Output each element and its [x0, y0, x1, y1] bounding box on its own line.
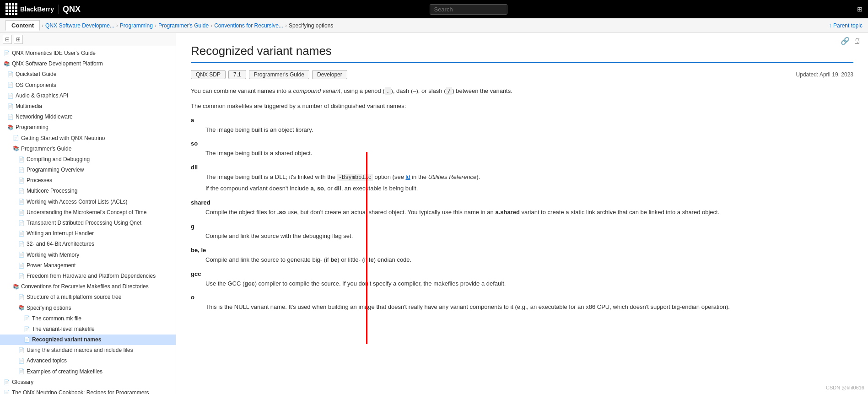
sidebar-item-31[interactable]: 📄Glossary: [0, 377, 176, 388]
tree-label-32: The QNX Neutrino Cookbook: Recipes for P…: [12, 389, 149, 394]
tree-label-19: Working with Memory: [27, 251, 79, 259]
def-section-3: sharedCompile the object files for .so u…: [191, 199, 853, 217]
grid-icon[interactable]: ⊞: [857, 5, 863, 13]
tree-label-15: Understanding the Microkernel's Concept …: [27, 208, 146, 217]
annotation-line: [366, 152, 367, 344]
sidebar-item-27[interactable]: 📄Recognized variant names: [0, 335, 176, 345]
tree-label-2: Quickstart Guide: [16, 70, 56, 79]
def-term-4: g: [191, 223, 853, 230]
tree-label-8: Getting Started with QNX Neutrino: [21, 134, 105, 143]
def-desc-dll-2: If the compound variant doesn't include …: [205, 184, 853, 194]
tree-icon-15: 📄: [18, 209, 25, 217]
parent-topic-link[interactable]: ↑ Parent topic: [829, 22, 863, 29]
sidebar-item-11[interactable]: 📄Programming Overview: [0, 165, 176, 175]
tree-label-11: Programming Overview: [27, 166, 84, 174]
sidebar-item-1[interactable]: 📚QNX Software Development Platform: [0, 59, 176, 69]
search-box[interactable]: [430, 4, 507, 15]
tree-label-13: Multicore Processing: [27, 187, 77, 195]
sidebar-item-28[interactable]: 📄Using the standard macros and include f…: [0, 345, 176, 356]
sidebar-item-7[interactable]: 📚Programming: [0, 122, 176, 133]
main-layout: ⊟ ⊞ 📄QNX Momentics IDE User's Guide📚QNX …: [0, 33, 868, 394]
tree-icon-11: 📄: [18, 166, 25, 174]
parent-topic-label: Parent topic: [833, 22, 863, 29]
tree-icon-32: 📄: [4, 389, 10, 394]
sidebar-item-19[interactable]: 📄Working with Memory: [0, 250, 176, 260]
qnx-wordmark: QNX: [59, 5, 81, 14]
sidebar-item-10[interactable]: 📄Compiling and Debugging: [0, 154, 176, 165]
sidebar-item-3[interactable]: 📄OS Components: [0, 80, 176, 91]
def-desc-dll-1: The image being built is a DLL; it's lin…: [205, 173, 853, 182]
sidebar-item-13[interactable]: 📄Multicore Processing: [0, 186, 176, 196]
def-desc-1: The image being built is a shared object…: [205, 149, 853, 158]
tree-icon-13: 📄: [18, 187, 25, 195]
tree-label-24: Specifying options: [27, 304, 71, 313]
tree-icon-31: 📄: [4, 378, 10, 387]
tag-badge-2[interactable]: Programmer's Guide: [249, 70, 309, 79]
sidebar-item-23[interactable]: 📄Structure of a multiplatform source tre…: [0, 292, 176, 302]
def-section-1: soThe image being built is a shared obje…: [191, 140, 853, 158]
sidebar-item-26[interactable]: 📄The variant-level makefile: [0, 324, 176, 335]
content-tab[interactable]: Content: [5, 20, 40, 31]
sidebar-item-4[interactable]: 📄Audio & Graphics API: [0, 91, 176, 101]
arrow-up-icon: ↑: [829, 22, 831, 29]
tree-label-4: Audio & Graphics API: [16, 92, 68, 100]
sidebar-item-2[interactable]: 📄Quickstart Guide: [0, 69, 176, 80]
page-title: Recognized variant names: [191, 44, 853, 63]
sidebar-collapse-button[interactable]: ⊟: [3, 35, 12, 44]
sidebar-item-24[interactable]: 📚Specifying options: [0, 303, 176, 313]
def-term-5: be, le: [191, 247, 853, 254]
sidebar-item-32[interactable]: 📄The QNX Neutrino Cookbook: Recipes for …: [0, 388, 176, 394]
sidebar-item-9[interactable]: 📚Programmer's Guide: [0, 144, 176, 154]
sidebar-item-22[interactable]: 📚Conventions for Recursive Makefiles and…: [0, 281, 176, 292]
tree-label-10: Compiling and Debugging: [27, 155, 90, 164]
tree-label-1: QNX Software Development Platform: [12, 59, 103, 68]
sidebar-item-8[interactable]: 📄Getting Started with QNX Neutrino: [0, 133, 176, 144]
tree-icon-2: 📄: [7, 70, 14, 79]
tree-label-18: 32- and 64-Bit Architectures: [27, 240, 94, 248]
sidebar-expand-button[interactable]: ⊞: [14, 35, 23, 44]
breadcrumb-item-1[interactable]: Programming: [120, 22, 153, 29]
sidebar-item-17[interactable]: 📄Writing an Interrupt Handler: [0, 228, 176, 239]
sidebar-item-20[interactable]: 📄Power Management: [0, 260, 176, 271]
tree-label-25: The common.mk file: [32, 314, 81, 323]
updated-text: Updated: April 19, 2023: [796, 71, 853, 78]
sidebar-item-29[interactable]: 📄Advanced topics: [0, 356, 176, 366]
tag-badge-3[interactable]: Developer: [312, 70, 347, 79]
sidebar-item-12[interactable]: 📄Processes: [0, 175, 176, 186]
sidebar-toolbar: ⊟ ⊞: [0, 33, 176, 46]
tree-icon-3: 📄: [7, 81, 14, 89]
sidebar-item-30[interactable]: 📄Examples of creating Makefiles: [0, 367, 176, 377]
tree-icon-1: 📚: [4, 60, 10, 68]
tree-icon-12: 📄: [18, 177, 25, 185]
sidebar-item-6[interactable]: 📄Networking Middleware: [0, 112, 176, 122]
sidebar-item-16[interactable]: 📄Transparent Distributed Processing Usin…: [0, 218, 176, 228]
tree-icon-18: 📄: [18, 240, 25, 248]
definitions-list: aThe image being built is an object libr…: [191, 117, 853, 313]
breadcrumb-item-2[interactable]: Programmer's Guide: [158, 22, 209, 29]
sidebar-item-21[interactable]: 📄Freedom from Hardware and Platform Depe…: [0, 271, 176, 281]
sidebar-item-18[interactable]: 📄32- and 64-Bit Architectures: [0, 239, 176, 249]
link-icon[interactable]: 🔗: [841, 37, 850, 45]
search-input[interactable]: [430, 4, 507, 15]
sidebar-item-14[interactable]: 📄Working with Access Control Lists (ACLs…: [0, 197, 176, 207]
breadcrumb-item-4: Specifying options: [289, 22, 333, 29]
sidebar-item-25[interactable]: 📄The common.mk file: [0, 313, 176, 324]
print-icon[interactable]: 🖨: [853, 37, 861, 45]
tree-icon-9: 📚: [13, 145, 19, 153]
def-desc-shared: Compile the object files for .so use, bu…: [205, 208, 853, 217]
def-desc-o: This is the NULL variant name. It's used…: [205, 302, 853, 312]
sidebar[interactable]: ⊟ ⊞ 📄QNX Momentics IDE User's Guide📚QNX …: [0, 33, 176, 394]
breadcrumb-left: Content › QNX Software Developme... › Pr…: [5, 20, 333, 31]
def-section-0: aThe image being built is an object libr…: [191, 117, 853, 135]
breadcrumb-item-0[interactable]: QNX Software Developme...: [45, 22, 114, 29]
tag-badge-1[interactable]: 7.1: [228, 70, 246, 79]
sidebar-item-5[interactable]: 📄Multimedia: [0, 101, 176, 112]
sidebar-item-0[interactable]: 📄QNX Momentics IDE User's Guide: [0, 48, 176, 59]
breadcrumb-sep-0: ›: [42, 22, 43, 29]
breadcrumb-item-3[interactable]: Conventions for Recursive...: [214, 22, 283, 29]
sidebar-item-15[interactable]: 📄Understanding the Microkernel's Concept…: [0, 207, 176, 218]
def-section-4: gCompile and link the source with the de…: [191, 223, 853, 241]
tree-label-14: Working with Access Control Lists (ACLs): [27, 198, 128, 206]
tag-badge-0[interactable]: QNX SDP: [191, 70, 226, 79]
tree-label-5: Multimedia: [16, 102, 42, 111]
